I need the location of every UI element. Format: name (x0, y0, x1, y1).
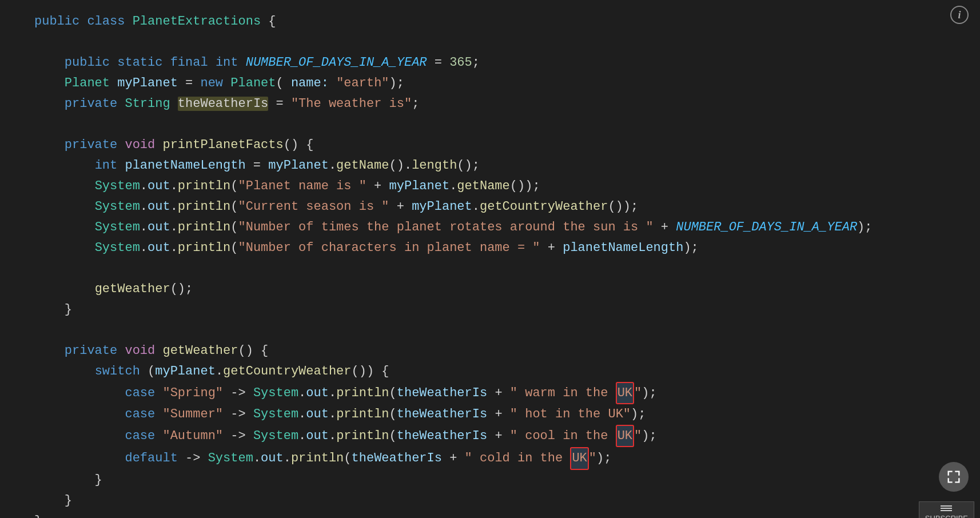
code-line-13 (34, 258, 946, 279)
code-line-6 (34, 114, 946, 135)
code-line-21: case "Autumn" -> System.out.println(theW… (34, 425, 946, 447)
code-line-14: getWeather(); (34, 279, 946, 300)
code-line-7: private void printPlanetFacts() { (34, 135, 946, 156)
code-line-11: System.out.println("Number of times the … (34, 217, 946, 238)
code-line-24: } (34, 491, 946, 511)
code-line-5: private String theWeatherIs = "The weath… (34, 94, 946, 114)
code-line-17: private void getWeather() { (34, 341, 946, 361)
code-line-1: public class PlanetExtractions { (34, 11, 946, 32)
code-line-4: Planet myPlanet = new Planet( name: "ear… (34, 73, 946, 94)
code-line-8: int planetNameLength = myPlanet.getName(… (34, 156, 946, 176)
code-line-15: } (34, 300, 946, 320)
subscribe-label: SUBSCRIBE (925, 513, 968, 518)
code-line-3: public static final int NUMBER_OF_DAYS_I… (34, 53, 946, 73)
code-line-12: System.out.println("Number of characters… (34, 238, 946, 258)
subscribe-lines-icon (941, 505, 952, 511)
code-line-23: } (34, 470, 946, 491)
code-line-2 (34, 32, 946, 53)
code-line-22: default -> System.out.println(theWeather… (34, 447, 946, 469)
expand-icon[interactable] (939, 462, 969, 492)
code-line-20: case "Summer" -> System.out.println(theW… (34, 404, 946, 425)
code-editor: i public class PlanetExtractions { publi… (0, 0, 980, 518)
subscribe-button[interactable]: SUBSCRIBE (919, 501, 974, 518)
code-line-16 (34, 320, 946, 341)
code-line-9: System.out.println("Planet name is " + m… (34, 176, 946, 197)
code-line-25: } (34, 511, 946, 518)
code-line-10: System.out.println("Current season is " … (34, 197, 946, 217)
code-line-19: case "Spring" -> System.out.println(theW… (34, 382, 946, 404)
info-icon[interactable]: i (950, 6, 969, 24)
code-line-18: switch (myPlanet.getCountryWeather()) { (34, 361, 946, 382)
